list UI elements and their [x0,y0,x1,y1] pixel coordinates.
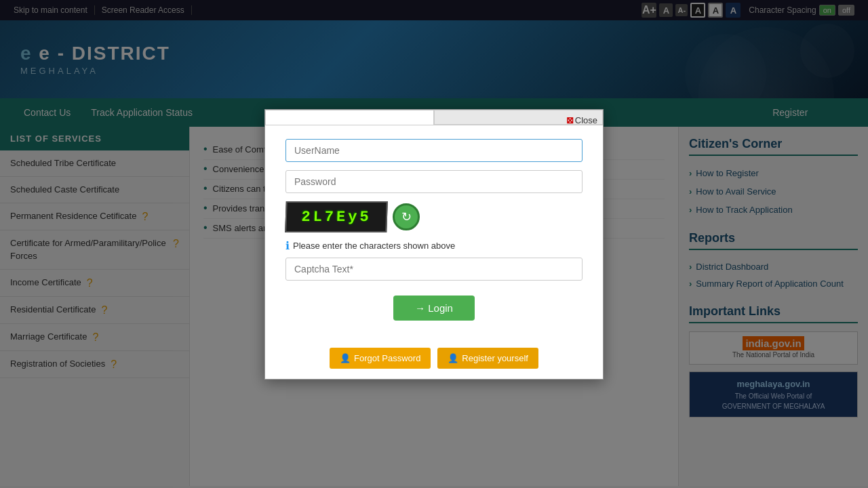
modal-body: 2L7Ey5 ↻ ℹ Please enter the characters s… [265,125,603,341]
forgot-password-button[interactable]: 👤 Forgot Password [330,348,431,369]
username-input[interactable] [285,139,583,162]
register-icon: 👤 [448,353,458,363]
modal-bottom-buttons: 👤 Forgot Password 👤 Register yourself [265,341,603,379]
modal-tabs [265,110,603,125]
login-button[interactable]: → Login [393,296,475,321]
close-x-icon: ⊠ [566,115,574,125]
captcha-image: 2L7Ey5 [285,201,388,232]
captcha-refresh-button[interactable]: ↻ [393,203,420,230]
modal-tab-1[interactable] [265,110,434,125]
login-icon: → [415,302,428,314]
modal-overlay: ⊠ Close 2L7Ey5 ↻ ℹ Please enter the char… [0,0,868,488]
info-icon: ℹ [285,239,290,252]
forgot-password-label: Forgot Password [354,353,420,363]
login-modal: ⊠ Close 2L7Ey5 ↻ ℹ Please enter the char… [264,109,604,380]
password-input[interactable] [285,170,583,193]
captcha-input[interactable] [285,258,583,281]
login-label: Login [428,302,453,314]
close-label: Close [575,115,597,125]
captcha-row: 2L7Ey5 ↻ [285,201,583,232]
captcha-info: ℹ Please enter the characters shown abov… [285,239,583,252]
user-icon: 👤 [340,353,351,363]
register-label: Register yourself [462,353,528,363]
register-button[interactable]: 👤 Register yourself [437,348,538,369]
captcha-text: 2L7Ey5 [301,208,372,225]
modal-close-button[interactable]: ⊠ Close [566,115,597,125]
captcha-info-text: Please enter the characters shown above [293,241,455,251]
